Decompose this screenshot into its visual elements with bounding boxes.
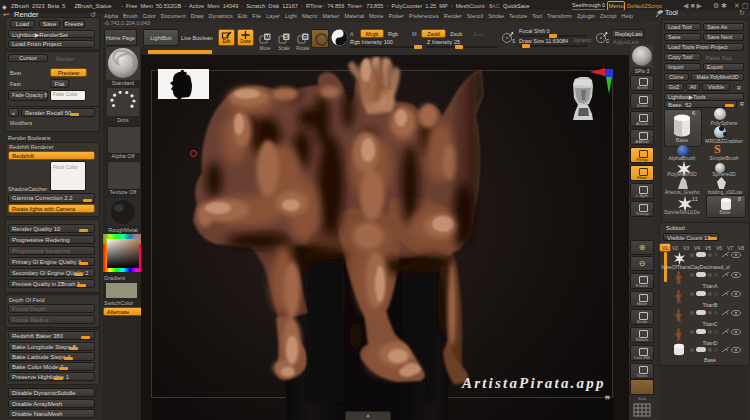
svg-text:S: S <box>284 34 288 40</box>
svg-text:D: D <box>606 38 609 44</box>
svg-text:R: R <box>303 34 307 40</box>
svg-text:S: S <box>512 38 515 44</box>
svg-text:M: M <box>265 34 270 40</box>
